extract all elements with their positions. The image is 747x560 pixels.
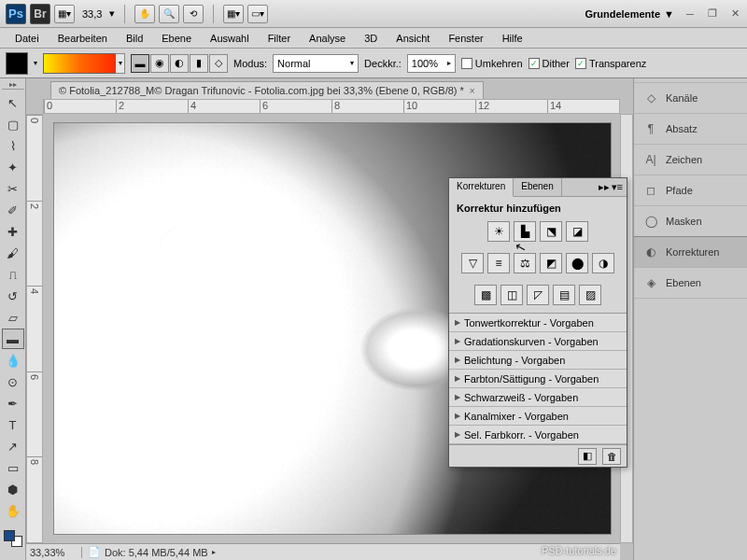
close-button[interactable]: ✕ — [728, 7, 741, 21]
gradient-preview[interactable] — [43, 53, 116, 74]
hand-tool-icon[interactable]: ✋ — [134, 5, 155, 23]
status-zoom[interactable]: 33,33% — [26, 547, 82, 558]
adj-invert-icon[interactable]: ▩ — [474, 285, 497, 305]
photoshop-logo-icon[interactable]: Ps — [6, 4, 26, 24]
zoom-tool-icon[interactable]: 🔍 — [159, 5, 179, 23]
panel-title: Korrektur hinzufügen — [449, 197, 627, 217]
panel-korrekturen[interactable]: ◐Korrekturen — [634, 236, 747, 268]
menu-bearbeiten[interactable]: Bearbeiten — [49, 30, 117, 47]
panel-kanaele[interactable]: ◇Kanäle — [634, 82, 747, 114]
3d-tool[interactable]: ⬢ — [2, 479, 24, 499]
gradient-tool[interactable]: ▬ — [2, 329, 24, 349]
arrange-documents-button[interactable]: ▦▾ — [223, 5, 244, 23]
menu-analyse[interactable]: Analyse — [300, 30, 355, 47]
healing-tool[interactable]: ✚ — [2, 221, 24, 242]
tab-korrekturen[interactable]: Korrekturen — [449, 178, 514, 197]
move-tool[interactable]: ↖ — [2, 92, 24, 113]
adj-brightness-icon[interactable]: ☀ — [487, 221, 510, 242]
rotate-view-icon[interactable]: ⟲ — [183, 5, 204, 23]
history-brush-tool[interactable]: ↺ — [2, 286, 24, 306]
preset-kanalmixer[interactable]: ▶Kanalmixer - Vorgaben — [449, 407, 627, 426]
adj-gradientmap-icon[interactable]: ▤ — [553, 285, 575, 305]
preset-tonwert[interactable]: ▶Tonwertkorrektur - Vorgaben — [449, 314, 627, 332]
view-extras-button[interactable]: ▦▾ — [54, 5, 75, 23]
adj-levels-icon[interactable]: ▙ — [514, 221, 536, 242]
zoom-level-display[interactable]: 33,3 — [82, 8, 102, 20]
path-select-tool[interactable]: ↗ — [2, 436, 24, 456]
dodge-tool[interactable]: ⊙ — [2, 371, 24, 392]
preset-farbton[interactable]: ▶Farbton/Sättigung - Vorgaben — [449, 370, 627, 388]
gradient-reflected-button[interactable]: ▮ — [190, 54, 208, 73]
menu-datei[interactable]: Datei — [6, 30, 49, 47]
adj-threshold-icon[interactable]: ◸ — [527, 285, 549, 305]
crop-tool[interactable]: ✂ — [2, 178, 24, 199]
menu-ebene[interactable]: Ebene — [152, 30, 201, 47]
workspace-switcher[interactable]: Grundelemente▼ — [585, 8, 674, 20]
menu-bild[interactable]: Bild — [117, 30, 152, 47]
screen-mode-button[interactable]: ▭▾ — [247, 5, 268, 23]
menu-hilfe[interactable]: Hilfe — [493, 30, 532, 47]
shape-tool[interactable]: ▭ — [2, 457, 24, 478]
transparency-checkbox[interactable]: ✓Transparenz — [575, 58, 646, 69]
bridge-logo-icon[interactable]: Br — [30, 4, 50, 24]
trash-icon[interactable]: 🗑 — [602, 448, 621, 465]
panel-zeichen[interactable]: A|Zeichen — [634, 144, 747, 175]
color-swatches[interactable] — [2, 528, 24, 549]
panel-pfade[interactable]: ◻Pfade — [634, 175, 747, 206]
opacity-input[interactable]: 100%▸ — [407, 54, 456, 73]
gradient-radial-button[interactable]: ◉ — [150, 54, 169, 73]
menu-3d[interactable]: 3D — [355, 30, 387, 47]
menu-filter[interactable]: Filter — [259, 30, 300, 47]
panel-masken[interactable]: ◯Masken — [634, 205, 747, 237]
clip-layer-icon[interactable]: ◧ — [578, 448, 597, 465]
gradient-diamond-button[interactable]: ◇ — [209, 54, 228, 73]
adj-posterize-icon[interactable]: ◫ — [500, 285, 523, 305]
adj-hue-icon[interactable]: ≡ — [487, 253, 510, 273]
hand-tool[interactable]: ✋ — [2, 500, 24, 521]
panel-absatz[interactable]: ¶Absatz — [634, 113, 747, 145]
opacity-label: Deckkr.: — [364, 58, 402, 69]
brush-tool[interactable]: 🖌 — [2, 243, 24, 263]
stamp-tool[interactable]: ⎍ — [2, 264, 24, 285]
dither-checkbox[interactable]: ✓Dither — [529, 58, 570, 69]
blur-tool[interactable]: 💧 — [2, 350, 24, 371]
adj-vibrance-icon[interactable]: ▽ — [461, 253, 484, 273]
tools-expand-icon[interactable]: ▸▸ — [2, 80, 24, 90]
minimize-button[interactable]: ─ — [684, 7, 697, 21]
adj-exposure-icon[interactable]: ◪ — [566, 221, 588, 242]
adj-photofilter-icon[interactable]: ⬤ — [566, 253, 588, 273]
preset-belichtung[interactable]: ▶Belichtung - Vorgaben — [449, 351, 627, 370]
collapse-icon[interactable]: ▸▸ — [599, 181, 610, 193]
menu-fenster[interactable]: Fenster — [439, 30, 492, 47]
adj-bw-icon[interactable]: ◩ — [540, 253, 562, 273]
blend-mode-select[interactable]: Normal▾ — [273, 54, 359, 73]
preset-selfarbkorr[interactable]: ▶Sel. Farbkorr. - Vorgaben — [449, 426, 627, 444]
menu-auswahl[interactable]: Auswahl — [201, 30, 259, 47]
pen-tool[interactable]: ✒ — [2, 393, 24, 413]
panel-menu-icon[interactable]: ▾≡ — [612, 181, 623, 193]
gradient-picker-dropdown[interactable]: ▾ — [116, 53, 125, 74]
lasso-tool[interactable]: ⌇ — [2, 135, 24, 156]
preset-schwarzweiss[interactable]: ▶Schwarzweiß - Vorgaben — [449, 388, 627, 407]
document-tab[interactable]: © Fotolia_212788_M© Dragan Trifunovic - … — [50, 81, 484, 99]
gradient-tool-icon[interactable] — [6, 52, 28, 75]
type-tool[interactable]: T — [2, 414, 24, 435]
adj-channelmixer-icon[interactable]: ◑ — [592, 253, 614, 273]
quick-select-tool[interactable]: ✦ — [2, 157, 24, 177]
reverse-checkbox[interactable]: Umkehren — [461, 58, 523, 69]
marquee-tool[interactable]: ▢ — [2, 114, 24, 134]
gradient-linear-button[interactable]: ▬ — [131, 54, 149, 73]
gradient-angle-button[interactable]: ◐ — [170, 54, 189, 73]
menu-ansicht[interactable]: Ansicht — [387, 30, 439, 47]
adj-curves-icon[interactable]: ⬔ — [540, 221, 562, 242]
adj-selectivecolor-icon[interactable]: ▨ — [579, 285, 601, 305]
preset-gradation[interactable]: ▶Gradationskurven - Vorgaben — [449, 332, 627, 351]
close-tab-icon[interactable]: × — [470, 86, 475, 96]
tab-ebenen[interactable]: Ebenen — [514, 178, 561, 196]
adj-colorbalance-icon[interactable]: ⚖ — [514, 253, 536, 273]
panel-ebenen[interactable]: ◈Ebenen — [634, 267, 747, 299]
status-docsize[interactable]: 📄Dok: 5,44 MB/5,44 MB▸ — [82, 546, 221, 558]
eyedropper-tool[interactable]: ✐ — [2, 200, 24, 220]
eraser-tool[interactable]: ▱ — [2, 307, 24, 328]
restore-button[interactable]: ❐ — [706, 7, 719, 21]
